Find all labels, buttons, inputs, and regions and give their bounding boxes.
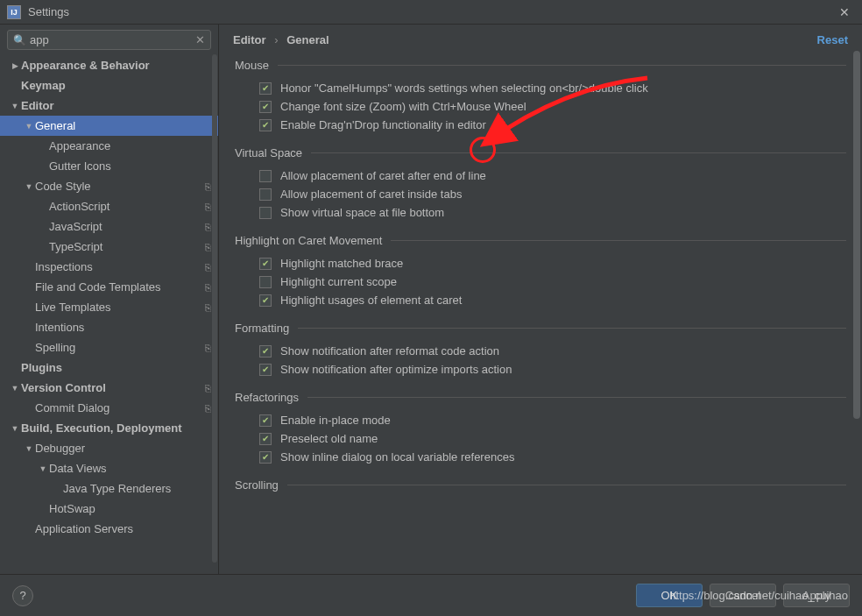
sidebar-item-label: Debugger [35,442,211,455]
checkbox[interactable] [259,414,272,427]
sidebar-item-debugger[interactable]: ▼Debugger [0,438,218,458]
option-row[interactable]: Allow placement of caret inside tabs [235,185,846,203]
option-label: Enable in-place mode [280,414,391,427]
checkbox[interactable] [259,345,272,358]
sidebar-item-label: Data Views [49,462,211,475]
content-scrollbar[interactable] [853,51,860,542]
checkbox[interactable] [259,207,272,219]
checkbox[interactable] [259,101,272,113]
checkbox[interactable] [259,170,272,182]
sidebar-item-editor[interactable]: ▼Editor [0,96,218,116]
sidebar-item-intentions[interactable]: ▶Intentions [0,317,218,337]
scope-badge-icon: ⎘ [205,202,211,212]
checkbox[interactable] [259,258,272,270]
sidebar-item-label: TypeScript [49,240,201,253]
sidebar-item-version-control[interactable]: ▼Version Control⎘ [0,378,218,398]
sidebar-item-inspections[interactable]: ▶Inspections⎘ [0,257,218,277]
checkbox[interactable] [259,294,272,307]
option-label: Enable Drag'n'Drop functionality in edit… [280,118,486,131]
option-row[interactable]: Honor "CamelHumps" words settings when s… [235,79,846,97]
sidebar-item-spelling[interactable]: ▶Spelling⎘ [0,337,218,358]
option-label: Show inline dialog on local variable ref… [280,450,514,464]
sidebar-item-gutter-icons[interactable]: ▶Gutter Icons [0,156,218,176]
option-row[interactable]: Highlight current scope [235,273,846,291]
scope-badge-icon: ⎘ [205,403,211,414]
sidebar-item-appearance[interactable]: ▶Appearance [0,136,218,156]
option-row[interactable]: Highlight matched brace [235,254,846,273]
checkbox[interactable] [259,451,272,464]
section-title: Formatting [235,322,846,335]
sidebar-item-label: Java Type Renderers [63,482,211,495]
section-divider [311,152,846,153]
search-input-wrap[interactable]: 🔍 ✕ [7,30,211,50]
sidebar-item-label: ActionScript [49,200,201,213]
clear-search-icon[interactable]: ✕ [195,33,205,46]
option-row[interactable]: Show virtual space at file bottom [235,203,846,222]
option-row[interactable]: Show notification after reformat code ac… [235,342,846,360]
sidebar-item-hotswap[interactable]: ▶HotSwap [0,499,218,519]
scrollbar-thumb[interactable] [853,51,860,419]
sidebar-item-code-style[interactable]: ▼Code Style⎘ [0,176,218,196]
checkbox[interactable] [259,188,272,201]
sidebar-item-appearance-behavior[interactable]: ▶Appearance & Behavior [0,55,218,75]
option-row[interactable]: Show inline dialog on local variable ref… [235,448,846,466]
window-title: Settings [28,5,69,18]
option-row[interactable]: Allow placement of caret after end of li… [235,166,846,185]
sidebar-item-javascript[interactable]: ▶JavaScript⎘ [0,216,218,237]
chevron-down-icon: ▼ [23,122,35,131]
sidebar-item-commit-dialog[interactable]: ▶Commit Dialog⎘ [0,398,218,418]
settings-tree[interactable]: ▶Appearance & Behavior▶Keymap▼Editor▼Gen… [0,55,218,574]
option-row[interactable]: Change font size (Zoom) with Ctrl+Mouse … [235,97,846,116]
sidebar-item-file-and-code-templates[interactable]: ▶File and Code Templates⎘ [0,277,218,297]
sidebar-item-java-type-renderers[interactable]: ▶Java Type Renderers [0,478,218,499]
sidebar-item-live-templates[interactable]: ▶Live Templates⎘ [0,297,218,317]
checkbox[interactable] [259,276,272,288]
ok-button[interactable]: OK [636,584,703,607]
sidebar-item-label: Intentions [35,321,211,334]
sidebar-item-build-execution-deployment[interactable]: ▼Build, Execution, Deployment [0,418,218,438]
sidebar-item-label: JavaScript [49,220,201,233]
section-divider [391,240,846,241]
breadcrumb: Editor › General [233,33,329,46]
search-icon: 🔍 [13,34,26,46]
sidebar-item-application-servers[interactable]: ▶Application Servers [0,519,218,539]
option-label: Change font size (Zoom) with Ctrl+Mouse … [280,100,526,113]
cancel-button[interactable]: Cancel [710,584,776,607]
search-input[interactable] [30,33,195,46]
sidebar-scrollbar[interactable] [212,54,217,563]
option-label: Show notification after optimize imports… [280,363,512,376]
option-row[interactable]: Preselect old name [235,429,846,448]
option-row[interactable]: Enable Drag'n'Drop functionality in edit… [235,116,846,134]
checkbox[interactable] [259,119,272,131]
sidebar-item-label: Plugins [21,361,211,374]
help-button[interactable]: ? [12,585,33,606]
section-divider [278,65,846,66]
checkbox[interactable] [259,82,272,95]
section-scrolling: Scrolling [235,478,846,492]
option-row[interactable]: Enable in-place mode [235,411,846,429]
close-icon[interactable]: ✕ [834,5,855,19]
sidebar-item-general[interactable]: ▼General [0,116,218,136]
option-row[interactable]: Highlight usages of element at caret [235,291,846,309]
sidebar-item-label: Appearance [49,139,211,152]
sidebar-item-label: Live Templates [35,301,201,314]
main-area: 🔍 ✕ ▶Appearance & Behavior▶Keymap▼Editor… [0,25,862,574]
section-title-text: Formatting [235,322,289,335]
sidebar-item-plugins[interactable]: ▶Plugins [0,358,218,378]
sidebar-item-keymap[interactable]: ▶Keymap [0,75,218,96]
section-title-text: Highlight on Caret Movement [235,234,382,247]
chevron-down-icon: ▼ [23,444,35,453]
checkbox[interactable] [259,433,272,445]
sidebar-item-typescript[interactable]: ▶TypeScript⎘ [0,237,218,257]
sidebar-item-actionscript[interactable]: ▶ActionScript⎘ [0,196,218,216]
scope-badge-icon: ⎘ [205,282,211,293]
option-row[interactable]: Show notification after optimize imports… [235,360,846,379]
chevron-down-icon: ▼ [23,182,35,191]
section-title: Scrolling [235,478,846,492]
reset-link[interactable]: Reset [817,33,848,46]
option-label: Honor "CamelHumps" words settings when s… [280,81,648,95]
sidebar-item-data-views[interactable]: ▼Data Views [0,458,218,478]
apply-button[interactable]: Apply [783,584,850,607]
option-label: Allow placement of caret after end of li… [280,169,486,182]
checkbox[interactable] [259,364,272,376]
